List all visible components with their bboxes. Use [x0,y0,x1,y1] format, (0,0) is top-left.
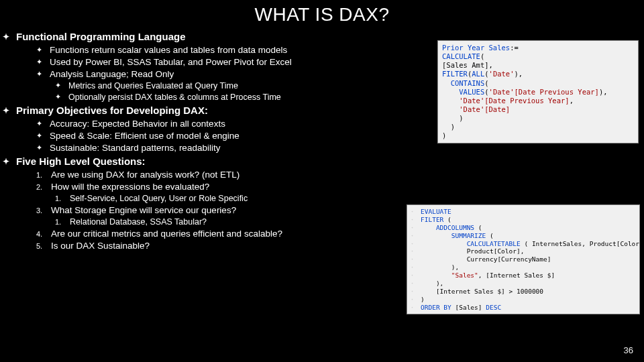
numbered-item: 2.How will the expressions be evaluated? [36,182,637,192]
code-snippet-2: EVALUATE FILTER ( ADDCOLUMNS ( SUMMARIZE… [407,204,640,314]
section-3-head: Five High Level Questions: [17,156,637,167]
numbered-sub-item: 1.Self-Service, Local Query, User or Rol… [55,194,637,203]
slide-title: WHAT IS DAX? [0,0,644,25]
code-snippet-1: Prior Year Sales:= CALCULATE( [Sales Amt… [437,40,639,143]
numbered-item: 1.Are we using DAX for analysis work? (n… [36,170,637,180]
page-number: 36 [624,345,633,355]
bullet-item: Sustainable: Standard patterns, readabil… [36,143,637,153]
